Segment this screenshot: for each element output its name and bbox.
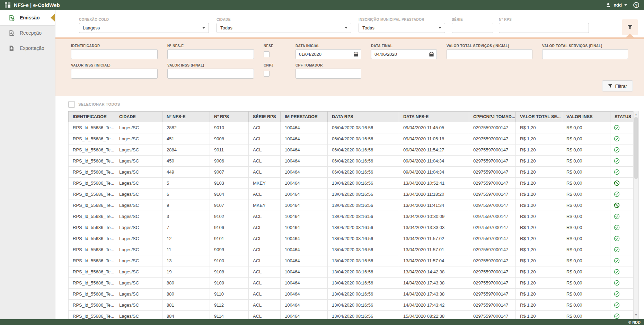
column-header[interactable]: VALOR TOTAL SE... [516,112,562,122]
cpf-tomador-input[interactable] [295,69,361,79]
table-row[interactable]: RPS_Id_55686_Te...Lages/SC8849114ACL1004… [69,311,633,319]
cell-valor_total: R$ 1,20 [516,189,562,200]
cell-valor_total: R$ 1,20 [516,178,562,189]
table-row[interactable]: RPS_Id_55686_Te...Lages/SC8819112ACL1004… [69,300,633,311]
cnpj-checkbox[interactable] [264,71,270,77]
data-inicial-input[interactable] [295,49,361,59]
cell-data_nfse: 13/04/2020 11:57:02 [399,233,469,244]
n-nfse-label: N° NFS-E [167,44,254,48]
cell-status [610,211,633,222]
cell-cidade: Lages/SC [115,255,162,266]
data-final-input[interactable] [371,49,437,59]
cell-nfse: 12 [162,233,210,244]
filter-toggle-button[interactable] [622,19,638,35]
cell-identificador: RPS_Id_55686_Te... [69,300,115,311]
column-header[interactable]: VALOR INSS [562,112,610,122]
cell-status [610,156,633,167]
table-row[interactable]: RPS_Id_55686_Te...Lages/SC28829010ACL100… [69,122,633,133]
column-header[interactable]: SÉRIE RPS [249,112,281,122]
cell-valor_inss: R$ 0,00 [562,255,610,266]
emission-document-icon [8,15,15,21]
table-row[interactable]: RPS_Id_55686_Te...Lages/SC39102ACL100464… [69,211,633,222]
conexao-cold-select[interactable]: Laagess [79,23,209,33]
cell-cidade: Lages/SC [115,244,162,255]
cell-cpf_cnpj: 02975597000147 [469,266,516,278]
identificador-input[interactable] [71,49,158,59]
table-row[interactable]: RPS_Id_55686_Te...Lages/SC4499007ACL1004… [69,167,633,178]
cell-valor_inss: R$ 0,00 [562,178,610,189]
cell-valor_inss: R$ 0,00 [562,266,610,278]
table-row[interactable]: RPS_Id_55686_Te...Lages/SC8809110ACL1004… [69,289,633,300]
inscricao-municipal-select[interactable]: Todas [359,23,445,33]
cell-im: 100464 [281,300,328,311]
cpf-tomador-label: CPF TOMADOR [295,63,361,67]
cell-data_rps: 06/04/2020 08:16:56 [328,122,399,133]
valor-inss-final-input[interactable] [167,69,254,79]
table-row[interactable]: RPS_Id_55686_Te...Lages/SC79106ACL100464… [69,222,633,233]
table-row[interactable]: RPS_Id_55686_Te...Lages/SC69104ACL100464… [69,189,633,200]
status-authorized-icon [614,169,631,175]
scroll-up-icon[interactable]: ▲ [634,112,638,117]
column-header[interactable]: CPF/CNPJ TOMAD... [469,112,516,122]
cell-nfse: 881 [162,300,210,311]
cell-data_nfse: 13/04/2020 14:42:38 [399,266,469,278]
cell-data_rps: 13/04/2020 08:16:56 [328,189,399,200]
column-header[interactable]: CIDADE [115,112,162,122]
user-menu[interactable]: ndd [606,2,627,8]
sidebar-item-emissao[interactable]: Emissão [0,10,55,25]
cell-status [610,178,633,189]
table-row[interactable]: RPS_Id_55686_Te...Lages/SC4519008ACL1004… [69,133,633,144]
sidebar-item-exportacao[interactable]: Exportação [0,41,55,56]
cell-cpf_cnpj: 02975597000147 [469,244,516,255]
column-header[interactable]: IDENTIFICADOR [69,112,115,122]
cell-cpf_cnpj: 02975597000147 [469,255,516,266]
column-header[interactable]: Nº NFS-E [162,112,210,122]
serie-input[interactable] [452,23,493,33]
app-title: NFS-e | e-ColdWeb [14,2,60,8]
table-row[interactable]: RPS_Id_55686_Te...Lages/SC28849011ACL100… [69,144,633,156]
column-header[interactable]: STATUS [610,112,633,122]
scrollbar-thumb[interactable] [634,117,638,179]
valor-inss-inicial-input[interactable] [71,69,158,79]
sidebar-item-recepcao[interactable]: Recepção [0,25,55,41]
filtrar-button[interactable]: Filtrar [602,80,633,91]
cidade-select[interactable]: Todas [217,23,351,33]
column-header[interactable]: IM PRESTADOR [281,112,328,122]
table-row[interactable]: RPS_Id_55686_Te...Lages/SC139100ACL10046… [69,255,633,266]
table-row[interactable]: RPS_Id_55686_Te...Lages/SC8809109ACL1004… [69,278,633,289]
table-row[interactable]: RPS_Id_55686_Te...Lages/SC99107MKEY10046… [69,200,633,211]
cell-data_nfse: 14/04/2020 17:43:38 [399,289,469,300]
nfse-checkbox-label: NFSE [264,44,286,48]
help-icon[interactable]: ? [633,2,639,8]
table-row[interactable]: RPS_Id_55686_Te...Lages/SC119099ACL10046… [69,244,633,255]
cell-serie: MKEY [249,178,281,189]
column-header[interactable]: DATA RPS [328,112,399,122]
table-row[interactable]: RPS_Id_55686_Te...Lages/SC4509006ACL1004… [69,156,633,167]
table-row[interactable]: RPS_Id_55686_Te...Lages/SC199108ACL10046… [69,266,633,278]
cell-serie: ACL [249,278,281,289]
table-row[interactable]: RPS_Id_55686_Te...Lages/SC59103MKEY10046… [69,178,633,189]
column-header[interactable]: DATA NFS-E [399,112,469,122]
valor-inss-final-label: VALOR INSS (FINAL) [167,63,254,67]
cell-serie: ACL [249,167,281,178]
n-nfse-input[interactable] [167,49,254,59]
nfse-checkbox[interactable] [264,51,270,57]
scroll-down-icon[interactable]: ▼ [634,313,638,317]
valor-total-inicial-input[interactable] [447,49,532,59]
cell-im: 100464 [281,167,328,178]
valor-total-final-input[interactable] [542,49,628,59]
cell-rps: 9109 [210,278,249,289]
select-all-checkbox[interactable] [68,101,75,108]
vertical-scrollbar[interactable]: ▲ ▼ [633,111,639,319]
status-authorized-icon [614,125,631,131]
status-authorized-icon [614,236,631,241]
table-row[interactable]: RPS_Id_55686_Te...Lages/SC129101ACL10046… [69,233,633,244]
cell-status [610,122,633,133]
cell-serie: ACL [249,122,281,133]
n-rps-input[interactable] [499,23,589,33]
cell-nfse: 884 [162,311,210,319]
cell-data_rps: 13/04/2020 08:16:56 [328,266,399,278]
cell-data_nfse: 09/04/2020 11:45:05 [399,122,469,133]
column-header[interactable]: Nº RPS [210,112,249,122]
cell-rps: 9107 [210,200,249,211]
